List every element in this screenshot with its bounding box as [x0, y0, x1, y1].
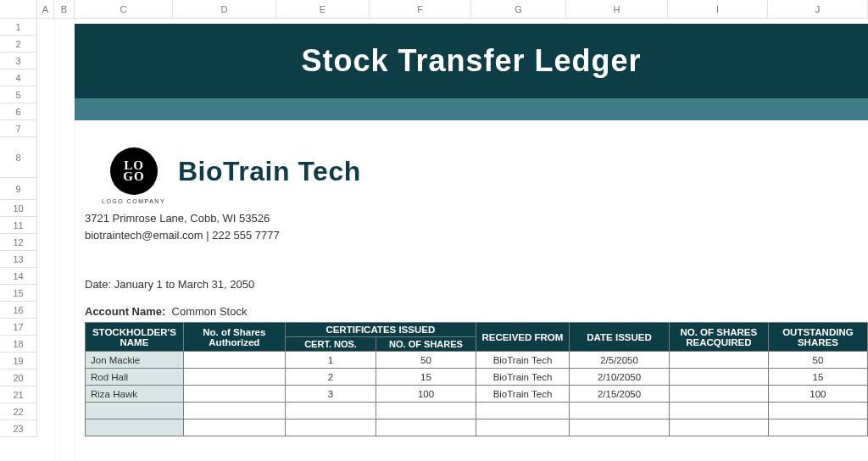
col-header-A[interactable]: A — [37, 0, 54, 18]
row-header-12[interactable]: 12 — [0, 234, 37, 251]
account-value: Common Stock — [172, 305, 248, 318]
cell-certno[interactable]: 1 — [285, 352, 376, 369]
col-header-B[interactable]: B — [54, 0, 75, 18]
select-all-corner[interactable] — [0, 0, 37, 19]
th-cert-nos[interactable]: CERT. NOS. — [285, 337, 376, 352]
logo-text-bottom: GO — [123, 171, 144, 183]
cell-from[interactable]: BioTrain Tech — [476, 369, 569, 386]
cell-out[interactable]: 50 — [768, 352, 867, 369]
row-header-5[interactable]: 5 — [0, 86, 37, 103]
table-row[interactable] — [86, 403, 868, 419]
table-row[interactable] — [86, 419, 868, 436]
cell-auth[interactable] — [183, 386, 285, 403]
accent-banner — [75, 98, 868, 120]
row-header-11[interactable]: 11 — [0, 217, 37, 234]
row-header-14[interactable]: 14 — [0, 268, 37, 285]
account-line: Account Name: Common Stock — [85, 305, 247, 318]
company-name: BioTrain Tech — [178, 156, 361, 187]
cell-auth[interactable] — [183, 419, 285, 436]
cell-from[interactable] — [476, 419, 569, 436]
cell-reacq[interactable] — [669, 352, 768, 369]
cell-date[interactable] — [570, 403, 670, 419]
row-header-20[interactable]: 20 — [0, 369, 37, 386]
row-header-22[interactable]: 22 — [0, 403, 37, 420]
th-date-issued[interactable]: DATE ISSUED — [570, 323, 670, 352]
row-header-4[interactable]: 4 — [0, 69, 37, 86]
th-received[interactable]: RECEIVED FROM — [476, 323, 569, 352]
th-outstanding[interactable]: OUTSTANDING SHARES — [768, 323, 867, 352]
cell-name[interactable] — [86, 419, 184, 436]
cell-name[interactable]: Jon Mackie — [86, 352, 184, 369]
cell-shares[interactable] — [376, 419, 476, 436]
row-header-15[interactable]: 15 — [0, 285, 37, 302]
cell-auth[interactable] — [183, 403, 285, 419]
row-header-10[interactable]: 10 — [0, 200, 37, 217]
cell-reacq[interactable] — [669, 386, 768, 403]
table-row[interactable]: Riza Hawk3100BioTrain Tech2/15/2050100 — [86, 386, 868, 403]
row-header-9[interactable]: 9 — [0, 178, 37, 200]
cell-out[interactable]: 15 — [768, 369, 867, 386]
ledger-table[interactable]: STOCKHOLDER'S NAME No. of Shares Authori… — [85, 322, 868, 436]
cell-auth[interactable] — [183, 369, 285, 386]
cell-reacq[interactable] — [669, 419, 768, 436]
cell-name[interactable]: Riza Hawk — [86, 386, 184, 403]
col-header-G[interactable]: G — [471, 0, 566, 18]
cell-out[interactable] — [768, 419, 867, 436]
col-header-F[interactable]: F — [370, 0, 471, 18]
th-cert-shares[interactable]: NO. OF SHARES — [376, 337, 476, 352]
cell-auth[interactable] — [183, 352, 285, 369]
cell-out[interactable]: 100 — [768, 386, 867, 403]
row-header-13[interactable]: 13 — [0, 251, 37, 268]
th-authorized[interactable]: No. of Shares Authorized — [183, 323, 285, 352]
spreadsheet-viewport: ABCDEFGHIJ 12345678910111213141516171819… — [0, 0, 868, 461]
row-header-1[interactable]: 1 — [0, 19, 37, 36]
row-header-6[interactable]: 6 — [0, 103, 37, 120]
row-header-23[interactable]: 23 — [0, 420, 37, 437]
col-header-H[interactable]: H — [566, 0, 668, 18]
row-header-3[interactable]: 3 — [0, 53, 37, 69]
table-row[interactable]: Rod Hall215BioTrain Tech2/10/205015 — [86, 369, 868, 386]
cell-shares[interactable] — [376, 403, 476, 419]
row-header-18[interactable]: 18 — [0, 336, 37, 353]
cell-certno[interactable] — [285, 419, 376, 436]
row-header-17[interactable]: 17 — [0, 319, 37, 336]
cell-reacq[interactable] — [669, 369, 768, 386]
cell-date[interactable]: 2/5/2050 — [570, 352, 670, 369]
cell-from[interactable]: BioTrain Tech — [476, 352, 569, 369]
sheet-canvas[interactable]: Stock Transfer Ledger LO GO BioTrain Tec… — [37, 19, 868, 461]
col-header-E[interactable]: E — [276, 0, 370, 18]
cell-date[interactable] — [570, 419, 670, 436]
cell-date[interactable]: 2/10/2050 — [570, 369, 670, 386]
company-address: 3721 Primrose Lane, Cobb, WI 53526 — [85, 212, 270, 225]
cell-from[interactable] — [476, 403, 569, 419]
row-header-21[interactable]: 21 — [0, 386, 37, 403]
cell-shares[interactable]: 100 — [376, 386, 476, 403]
cell-date[interactable]: 2/15/2050 — [570, 386, 670, 403]
row-header-19[interactable]: 19 — [0, 353, 37, 369]
row-header-16[interactable]: 16 — [0, 302, 37, 319]
row-header-8[interactable]: 8 — [0, 137, 37, 178]
date-range: Date: January 1 to March 31, 2050 — [85, 278, 254, 291]
col-header-D[interactable]: D — [173, 0, 276, 18]
doc-title: Stock Transfer Ledger — [301, 43, 641, 79]
cell-out[interactable] — [768, 403, 867, 419]
table-row[interactable]: Jon Mackie150BioTrain Tech2/5/205050 — [86, 352, 868, 369]
col-header-C[interactable]: C — [75, 0, 173, 18]
th-cert-group[interactable]: CERTIFICATES ISSUED — [285, 323, 476, 337]
title-banner: Stock Transfer Ledger — [75, 24, 868, 98]
cell-reacq[interactable] — [669, 403, 768, 419]
cell-name[interactable] — [86, 403, 184, 419]
th-reacquired[interactable]: NO. OF SHARES REACQUIRED — [669, 323, 768, 352]
row-header-2[interactable]: 2 — [0, 36, 37, 53]
cell-shares[interactable]: 50 — [376, 352, 476, 369]
cell-name[interactable]: Rod Hall — [86, 369, 184, 386]
col-header-I[interactable]: I — [668, 0, 768, 18]
cell-certno[interactable]: 3 — [285, 386, 376, 403]
cell-shares[interactable]: 15 — [376, 369, 476, 386]
cell-from[interactable]: BioTrain Tech — [476, 386, 569, 403]
cell-certno[interactable] — [285, 403, 376, 419]
cell-certno[interactable]: 2 — [285, 369, 376, 386]
th-stockholder[interactable]: STOCKHOLDER'S NAME — [86, 323, 184, 352]
col-header-J[interactable]: J — [768, 0, 868, 18]
row-header-7[interactable]: 7 — [0, 120, 37, 137]
